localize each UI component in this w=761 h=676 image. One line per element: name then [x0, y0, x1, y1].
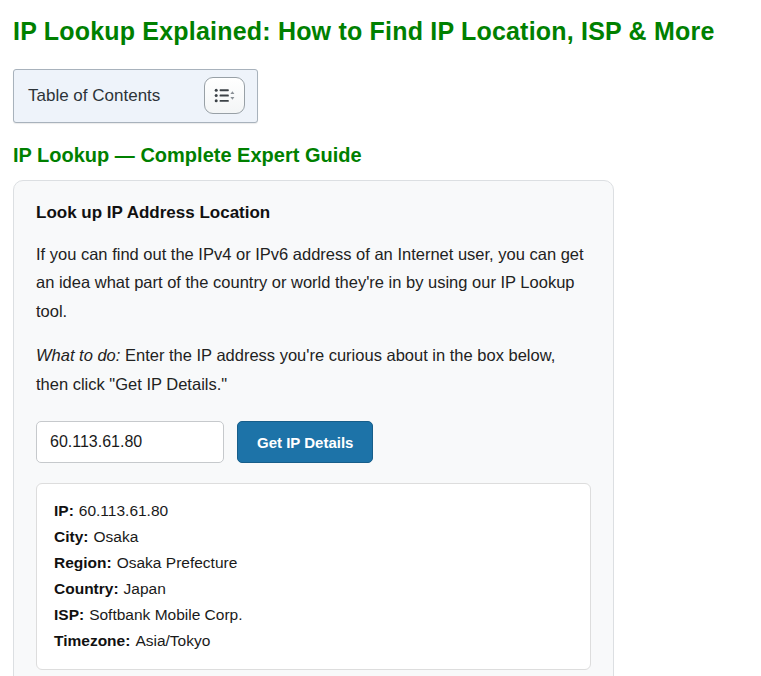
ip-address-input[interactable]: [36, 421, 224, 463]
instructions-lead: What to do:: [36, 346, 120, 364]
result-value: Osaka: [93, 528, 138, 545]
result-value: Osaka Prefecture: [117, 554, 238, 571]
lookup-form: Get IP Details: [36, 421, 591, 463]
lookup-results-box: IP:60.113.61.80 City:Osaka Region:Osaka …: [36, 483, 591, 670]
result-label: City:: [54, 528, 88, 545]
result-row-region: Region:Osaka Prefecture: [54, 550, 573, 576]
result-label: Region:: [54, 554, 112, 571]
list-toggle-icon: [214, 87, 235, 104]
result-label: ISP:: [54, 606, 84, 623]
result-value: Japan: [124, 580, 166, 597]
section-heading: IP Lookup — Complete Expert Guide: [13, 144, 748, 167]
toc-toggle-button[interactable]: [204, 77, 245, 114]
widget-intro-text: If you can find out the IPv4 or IPv6 add…: [36, 240, 591, 326]
widget-instructions: What to do: Enter the IP address you're …: [36, 341, 591, 398]
result-value: Softbank Mobile Corp.: [89, 606, 242, 623]
result-value: Asia/Tokyo: [135, 632, 210, 649]
result-label: Timezone:: [54, 632, 130, 649]
get-ip-details-button[interactable]: Get IP Details: [237, 421, 373, 463]
result-label: Country:: [54, 580, 119, 597]
result-row-city: City:Osaka: [54, 524, 573, 550]
page: IP Lookup Explained: How to Find IP Loca…: [0, 0, 761, 676]
table-of-contents-box: Table of Contents: [13, 69, 258, 123]
result-row-timezone: Timezone:Asia/Tokyo: [54, 628, 573, 654]
result-row-ip: IP:60.113.61.80: [54, 498, 573, 524]
widget-heading: Look up IP Address Location: [36, 203, 591, 223]
toc-label: Table of Contents: [28, 86, 160, 106]
result-row-isp: ISP:Softbank Mobile Corp.: [54, 602, 573, 628]
result-row-country: Country:Japan: [54, 576, 573, 602]
result-value: 60.113.61.80: [79, 502, 168, 519]
result-label: IP:: [54, 502, 74, 519]
page-title: IP Lookup Explained: How to Find IP Loca…: [13, 16, 748, 47]
ip-lookup-widget: Look up IP Address Location If you can f…: [13, 180, 614, 676]
